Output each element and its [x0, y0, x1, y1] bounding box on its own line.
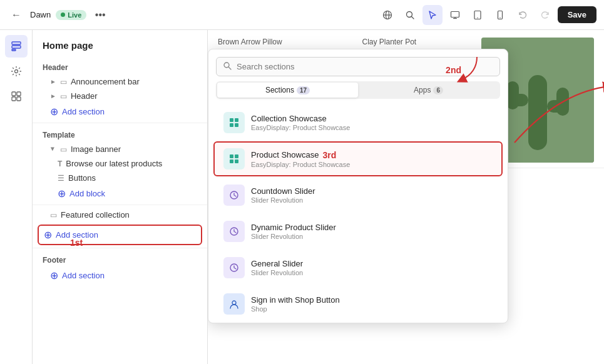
section-item-general-slider[interactable]: General Slider Slider Revolution: [213, 250, 503, 285]
search-bar-container: [208, 49, 508, 81]
preview-area: Brown Arrow Pillow $25.99 USD $19.99 USD…: [208, 30, 604, 364]
cursor-button[interactable]: [422, 5, 443, 25]
sidebar-icon-apps[interactable]: [5, 85, 28, 108]
section-list: Collection Showcase EasyDisplay: Product…: [208, 104, 508, 323]
search-button[interactable]: [400, 5, 420, 25]
text-icon: T: [58, 159, 62, 168]
svg-rect-32: [230, 154, 233, 158]
more-button[interactable]: •••: [91, 6, 109, 24]
plus-circle-icon: ⊕: [50, 270, 58, 281]
buttons-icon: ☰: [58, 174, 64, 183]
topbar-left: ← Dawn Live •••: [8, 6, 109, 24]
desktop-button[interactable]: [445, 5, 465, 25]
product-showcase-title: Product Showcase: [251, 150, 319, 159]
add-section-footer[interactable]: ⊕ Add section: [33, 267, 207, 284]
section-item-countdown-slider[interactable]: Countdown Slider Slider Revolution: [213, 178, 503, 213]
cursor-icon: [427, 10, 438, 20]
svg-rect-19: [17, 97, 21, 101]
plus-circle-icon: ⊕: [44, 229, 52, 241]
add-section-template[interactable]: ⊕ Add section: [38, 225, 202, 245]
tree-item-announcement-bar[interactable]: ► ▭ Announcement bar: [33, 74, 207, 89]
svg-rect-18: [12, 97, 16, 101]
undo-button[interactable]: [513, 5, 533, 25]
tablet-icon: [473, 10, 483, 20]
apps-icon: [11, 91, 22, 102]
tab-apps[interactable]: Apps 6 2nd: [358, 83, 499, 98]
mobile-button[interactable]: [490, 5, 510, 25]
section-item-sign-in-shop[interactable]: Sign in with Shop Button Shop: [213, 286, 503, 321]
tree-item-featured-collection[interactable]: ▭ Featured collection: [33, 208, 207, 222]
svg-rect-35: [235, 159, 238, 163]
svg-rect-21: [528, 75, 547, 150]
countdown-slider-icon: [223, 185, 245, 206]
preview-content: Brown Arrow Pillow $25.99 USD $19.99 USD…: [208, 30, 604, 364]
collection-showcase-title: Collection Showcase: [251, 114, 493, 123]
section-item-dynamic-product-slider[interactable]: Dynamic Product Slider Slider Revolution: [213, 214, 503, 249]
add-block-button[interactable]: ⊕ Add block: [33, 185, 207, 202]
svg-point-11: [499, 17, 500, 18]
dynamic-product-slider-sub: Slider Revolution: [251, 233, 493, 240]
desktop-icon: [450, 10, 460, 20]
tree-item-image-banner[interactable]: ► ▭ Image banner: [33, 142, 207, 156]
svg-point-15: [14, 70, 18, 73]
search-icon: [405, 10, 415, 20]
icon-sidebar: [0, 30, 33, 364]
general-slider-icon: [223, 257, 245, 278]
product-name-1: Brown Arrow Pillow: [218, 38, 337, 46]
group-label-header: Header: [33, 58, 207, 74]
redo-icon: [540, 10, 550, 20]
back-button[interactable]: ←: [8, 6, 25, 24]
countdown-slider-sub: Slider Revolution: [251, 196, 493, 204]
tree-item-browse-products[interactable]: T Browse our latest products: [33, 156, 207, 171]
chevron-icon: ►: [50, 78, 56, 85]
section-item-collection-showcase[interactable]: Collection Showcase EasyDisplay: Product…: [213, 105, 503, 140]
sidebar-icon-settings[interactable]: [5, 60, 28, 83]
svg-rect-13: [12, 46, 21, 48]
collection-showcase-icon: [223, 112, 245, 133]
tree-item-header[interactable]: ► ▭ Header: [33, 89, 207, 103]
svg-rect-23: [506, 81, 519, 109]
site-name: Dawn: [30, 10, 51, 19]
tablet-button[interactable]: [468, 5, 488, 25]
section-icon: ▭: [60, 92, 67, 101]
search-popup: Sections 17 Apps 6 2nd: [208, 49, 508, 323]
sign-in-shop-title: Sign in with Shop Button: [251, 295, 493, 305]
svg-point-9: [477, 17, 478, 18]
annotation-1st: 1st: [70, 238, 83, 248]
plus-circle-icon: ⊕: [58, 188, 66, 200]
svg-rect-28: [230, 118, 233, 122]
product-showcase-icon: [223, 148, 245, 169]
dynamic-product-slider-title: Dynamic Product Slider: [251, 223, 493, 232]
topbar-right: Save: [377, 5, 596, 25]
sections-icon: [11, 41, 22, 52]
group-label-template: Template: [33, 126, 207, 142]
svg-rect-14: [12, 49, 16, 51]
mobile-icon: [495, 10, 505, 20]
sidebar-icon-sections[interactable]: [5, 35, 28, 58]
globe-icon: [382, 10, 392, 20]
globe-button[interactable]: [377, 5, 397, 25]
svg-line-4: [411, 16, 414, 19]
popup-tabs: Sections 17 Apps 6 2nd: [216, 81, 500, 99]
general-slider-sub: Slider Revolution: [251, 269, 493, 276]
live-badge: Live: [56, 10, 86, 20]
tab-sections[interactable]: Sections 17: [217, 83, 358, 98]
section-item-product-showcase[interactable]: Product Showcase 3rd EasyDisplay: Produc…: [213, 141, 503, 176]
dynamic-slider-icon: [223, 221, 245, 242]
topbar: ← Dawn Live ••• Save: [0, 0, 604, 30]
chevron-icon: ►: [50, 93, 56, 99]
svg-rect-34: [230, 159, 233, 163]
left-panel: Home page Header ► ▭ Announcement bar ► …: [33, 30, 208, 364]
plus-circle-icon: ⊕: [50, 106, 58, 118]
section-icon: ▭: [50, 211, 57, 220]
product-showcase-sub: EasyDisplay: Product Showcase: [251, 161, 493, 168]
main-layout: Home page Header ► ▭ Announcement bar ► …: [0, 30, 604, 364]
redo-button[interactable]: [535, 5, 555, 25]
general-slider-title: General Slider: [251, 259, 493, 268]
annotation-3rd: 3rd: [322, 150, 336, 160]
tree-item-buttons[interactable]: ☰ Buttons: [33, 171, 207, 185]
save-button[interactable]: Save: [558, 6, 596, 23]
group-label-footer: Footer: [33, 251, 207, 267]
add-section-header[interactable]: ⊕ Add section: [33, 103, 207, 120]
section-icon: ▭: [60, 145, 67, 154]
